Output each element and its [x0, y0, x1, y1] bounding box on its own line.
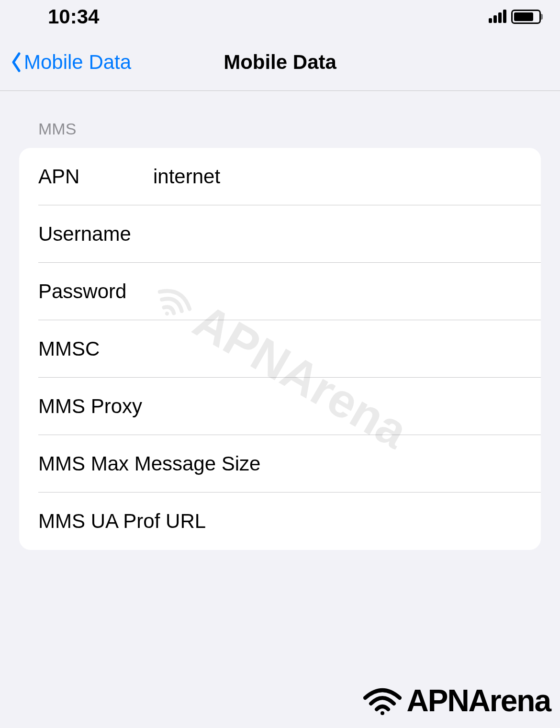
status-icons — [489, 10, 541, 24]
settings-row-mms-max-size[interactable]: MMS Max Message Size — [19, 435, 541, 493]
settings-row-mmsc[interactable]: MMSC — [19, 320, 541, 378]
status-bar: 10:34 — [0, 0, 560, 34]
logo-text: APNArena — [406, 683, 550, 718]
chevron-left-icon — [10, 52, 23, 73]
content-area: MMS APN Username Password MMSC MMS Proxy… — [0, 91, 560, 550]
wifi-icon — [363, 686, 402, 715]
row-label-mms-ua-prof: MMS UA Prof URL — [38, 510, 206, 533]
mms-max-size-field[interactable] — [260, 452, 522, 475]
signal-icon — [489, 11, 506, 23]
settings-row-username[interactable]: Username — [19, 205, 541, 263]
password-field[interactable] — [153, 280, 522, 303]
username-field[interactable] — [153, 223, 522, 246]
status-time: 10:34 — [48, 5, 99, 28]
page-title: Mobile Data — [224, 51, 336, 74]
battery-icon — [511, 10, 541, 24]
section-header: MMS — [19, 120, 541, 148]
nav-bar: Mobile Data Mobile Data — [0, 34, 560, 91]
row-label-apn: APN — [38, 165, 153, 188]
settings-row-password[interactable]: Password — [19, 263, 541, 320]
row-label-username: Username — [38, 223, 153, 246]
mmsc-field[interactable] — [153, 337, 522, 360]
row-label-mms-proxy: MMS Proxy — [38, 395, 153, 418]
svg-point-1 — [381, 711, 384, 715]
settings-group: APN Username Password MMSC MMS Proxy MMS… — [19, 148, 541, 550]
settings-row-mms-proxy[interactable]: MMS Proxy — [19, 378, 541, 435]
settings-row-apn[interactable]: APN — [19, 148, 541, 205]
row-label-mms-max-size: MMS Max Message Size — [38, 452, 260, 475]
apn-field[interactable] — [153, 165, 522, 188]
settings-row-mms-ua-prof[interactable]: MMS UA Prof URL — [19, 493, 541, 550]
back-label: Mobile Data — [24, 51, 131, 74]
logo: APNArena — [363, 683, 550, 718]
mms-proxy-field[interactable] — [153, 395, 522, 418]
row-label-mmsc: MMSC — [38, 337, 153, 360]
back-button[interactable]: Mobile Data — [0, 51, 131, 74]
row-label-password: Password — [38, 280, 153, 303]
mms-ua-prof-field[interactable] — [206, 510, 522, 533]
